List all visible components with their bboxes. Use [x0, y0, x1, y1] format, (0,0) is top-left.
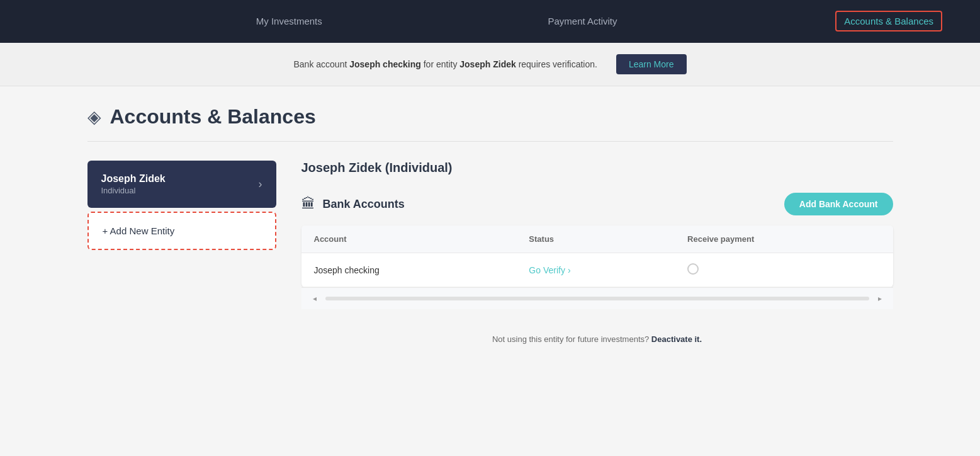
footer-note: Not using this entity for future investm…: [301, 334, 893, 344]
footer-text: Not using this entity for future investm…: [492, 334, 649, 344]
nav-center-right: Payment Activity: [540, 16, 624, 27]
col-receive-payment: Receive payment: [675, 225, 893, 253]
right-panel: Joseph Zidek (Individual) 🏛 Bank Account…: [301, 161, 893, 344]
banner-account-name: Joseph checking: [349, 59, 421, 69]
nav-accounts-balances[interactable]: Accounts & Balances: [835, 11, 942, 31]
table-header-row: Account Status Receive payment: [301, 225, 893, 253]
chevron-right-icon: ›: [259, 178, 262, 191]
banner-entity-name: Joseph Zidek: [459, 59, 515, 69]
section-title-row: 🏛 Bank Accounts: [301, 196, 405, 212]
banner-text-middle: for entity: [421, 59, 459, 69]
verification-banner: Bank account Joseph checking for entity …: [0, 43, 980, 86]
go-verify-label: Go Verify: [529, 265, 565, 275]
go-verify-link[interactable]: Go Verify ›: [529, 265, 662, 275]
table-body: Joseph checking Go Verify ›: [301, 253, 893, 287]
entity-sidebar: Joseph Zidek Individual › + Add New Enti…: [87, 161, 276, 250]
entity-card-info: Joseph Zidek Individual: [101, 173, 166, 195]
entity-name: Joseph Zidek: [101, 173, 166, 185]
table-header: Account Status Receive payment: [301, 225, 893, 253]
entity-heading: Joseph Zidek (Individual): [301, 161, 893, 175]
nav-payment-activity[interactable]: Payment Activity: [540, 11, 624, 31]
cell-receive-payment: [675, 253, 893, 287]
banner-text-suffix: requires verification.: [516, 59, 597, 69]
receive-payment-radio[interactable]: [687, 263, 699, 275]
nav-right: Accounts & Balances: [835, 16, 942, 27]
table-row: Joseph checking Go Verify ›: [301, 253, 893, 287]
banner-message: Bank account Joseph checking for entity …: [293, 59, 597, 69]
add-entity-label: + Add New Entity: [103, 225, 175, 236]
learn-more-button[interactable]: Learn More: [616, 54, 687, 74]
banner-text-prefix: Bank account: [293, 59, 349, 69]
scroll-bar-row: ◂ ▸: [301, 287, 893, 309]
deactivate-link[interactable]: Deactivate it.: [651, 334, 702, 344]
nav-my-investments[interactable]: My Investments: [249, 11, 330, 31]
bank-icon: 🏛: [301, 196, 315, 212]
cell-account-name: Joseph checking: [301, 253, 517, 287]
go-verify-chevron-icon: ›: [568, 265, 571, 275]
content-layout: Joseph Zidek Individual › + Add New Enti…: [87, 161, 893, 344]
entity-card-joseph-zidek[interactable]: Joseph Zidek Individual ›: [87, 161, 276, 208]
entity-type: Individual: [101, 186, 166, 195]
cell-status: Go Verify ›: [516, 253, 675, 287]
bank-accounts-title: Bank Accounts: [323, 198, 405, 211]
page-title: Accounts & Balances: [110, 105, 316, 128]
top-navigation: My Investments Payment Activity Accounts…: [0, 0, 980, 43]
scroll-right-icon[interactable]: ▸: [874, 293, 886, 304]
col-account: Account: [301, 225, 517, 253]
main-content: ◈ Accounts & Balances Joseph Zidek Indiv…: [50, 86, 931, 363]
nav-center: My Investments: [249, 16, 330, 27]
bank-accounts-section-header: 🏛 Bank Accounts Add Bank Account: [301, 193, 893, 215]
scroll-left-icon[interactable]: ◂: [309, 293, 320, 304]
scroll-track[interactable]: [325, 297, 869, 300]
page-title-row: ◈ Accounts & Balances: [87, 105, 893, 142]
accounts-table: Account Status Receive payment Joseph ch…: [301, 225, 893, 287]
col-status: Status: [516, 225, 675, 253]
add-entity-button[interactable]: + Add New Entity: [87, 212, 276, 250]
page-title-icon: ◈: [87, 106, 101, 127]
add-bank-account-button[interactable]: Add Bank Account: [784, 193, 893, 215]
